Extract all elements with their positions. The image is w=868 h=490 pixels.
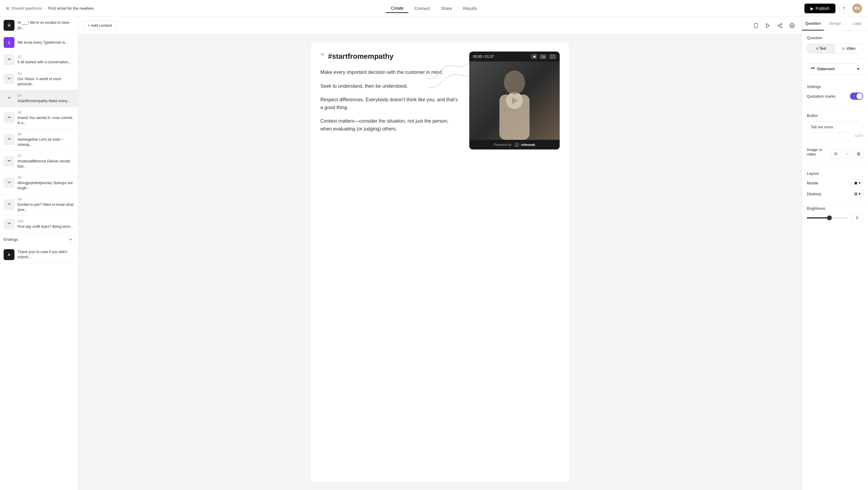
toggle-knob [857, 93, 863, 99]
button-section: Button 12/24 [802, 109, 868, 143]
add-ending-button[interactable]: + [67, 236, 74, 243]
tab-connect[interactable]: Connect [410, 4, 435, 13]
layout-section: Layout Mobile ▣ ▾ Desktop ▤ ▾ [802, 166, 868, 206]
statement-dropdown[interactable]: ❝❞ Statement ▾ [807, 63, 863, 74]
card-text: " #startfromempathy Make every important… [320, 52, 460, 139]
statement-section: ❝❞ Statement ▾ [802, 58, 868, 80]
speed-button[interactable]: 1x [539, 54, 547, 59]
card-paragraph-4: Context matters—consider the situation, … [320, 117, 460, 132]
panel-tab-logic[interactable]: Logic [846, 17, 868, 30]
image-video-label: Image or video [807, 147, 831, 156]
sidebar-item-s10[interactable]: ❝❞ S10 First day outfit fears? Being wor… [0, 216, 78, 233]
slider-thumb[interactable] [827, 215, 832, 220]
play-preview-icon[interactable] [763, 21, 773, 30]
top-nav: ⊞ Shared typeforms › First email for the… [0, 0, 868, 17]
sidebar-item-s9[interactable]: ❝❞ S9 Excited to join? Want to know what… [0, 194, 78, 216]
item-text-s8: S8 #bringjoytothejourney Startups are to… [18, 175, 74, 191]
svg-point-4 [778, 25, 779, 26]
card-video: 00:00 / 01:37 ◀ 1x ⛶ [469, 52, 560, 150]
item-text-s10: S10 First day outfit fears? Being worri.… [18, 219, 73, 229]
panel-tab-design[interactable]: Design [824, 17, 846, 30]
mobile-layout-select[interactable]: ▣ ▾ [851, 179, 863, 187]
item-icon-intro: ☰ [4, 20, 14, 31]
sidebar-item-s1[interactable]: 1 We know every Typeformer is... [0, 34, 78, 51]
panel-tab-question[interactable]: Question [802, 17, 824, 30]
tab-share[interactable]: Share [436, 4, 457, 13]
grid-icon: ⊞ [6, 6, 9, 10]
card-paragraph-3: Respect differences. Everybody doesn't t… [320, 96, 460, 111]
breadcrumb-sep: › [44, 6, 46, 10]
sidebar-item-s7[interactable]: ❝❞ S7 #makeadifference Deliver results f… [0, 151, 78, 172]
type-video-button[interactable]: ▷ Video [835, 44, 863, 53]
item-icon-s10: ❝❞ [4, 219, 14, 229]
layout-label: Layout [807, 171, 863, 176]
item-icon-s7: ❝❞ [4, 156, 14, 167]
item-icon-s6: ❝❞ [4, 134, 14, 145]
sidebar-item-s3[interactable]: ❝❞ S3 Our Vision: A world of more person… [0, 68, 78, 90]
card-hashtag: " #startfromempathy [320, 52, 460, 61]
desktop-layout-icon: ▤ [854, 192, 858, 196]
item-icon-s1: 1 [4, 37, 14, 48]
mobile-preview-icon[interactable] [751, 21, 761, 30]
help-button[interactable]: ? [839, 4, 849, 13]
char-count: 12/24 [807, 134, 863, 137]
panel-tabs: Question Design Logic [802, 17, 868, 31]
settings-label: Settings [807, 84, 863, 89]
desktop-layout-row: Desktop ▤ ▾ [807, 190, 863, 197]
video-time: 00:00 / 01:37 [473, 55, 494, 59]
sidebar-item-s5[interactable]: ❝❞ S5 #ownit You owned it—now commit to … [0, 107, 78, 129]
type-text-button[interactable]: ≡ Text [807, 44, 835, 53]
add-content-button[interactable]: + Add content [83, 21, 116, 30]
form-name[interactable]: First email for the newbies [48, 6, 94, 10]
image-video-actions: ⧉ ↔ 🗑 [831, 149, 863, 158]
mobile-layout-row: Mobile ▣ ▾ [807, 179, 863, 187]
play-icon: ▶ [810, 6, 814, 11]
desktop-layout-select[interactable]: ▤ ▾ [851, 190, 863, 197]
button-text-input[interactable] [807, 121, 863, 132]
sidebar-item-ending-a[interactable]: A Thank you! In case if you didn't submi… [0, 246, 78, 264]
item-icon-s3: ❝❞ [4, 73, 14, 84]
sidebar-item-s4[interactable]: ❝❞ S4 #startfromempathy Make every... [0, 90, 78, 107]
sidebar-item-intro[interactable]: ☰ Hi ___! We're so excited to have yo... [0, 17, 78, 34]
sidebar-item-s2[interactable]: ❝❞ S2 It all started with a conversation… [0, 51, 78, 68]
video-thumbnail[interactable] [469, 61, 560, 140]
tab-results[interactable]: Results [458, 4, 482, 13]
slider-fill [807, 217, 830, 218]
item-icon-s8: ❝❞ [4, 178, 14, 188]
card-paragraph-1: Make every important decision with the c… [320, 68, 460, 76]
item-text-s6: S6 #wintogether Let's be bold—nobody... [18, 132, 74, 147]
avatar[interactable]: RH [852, 4, 862, 13]
videoask-logo: Powered by: 🎥 videoask [473, 142, 556, 147]
dropdown-inner: ❝❞ Statement [811, 67, 835, 71]
brightness-slider[interactable] [807, 217, 848, 218]
sidebar-item-s6[interactable]: ❝❞ S6 #wintogether Let's be bold—nobody.… [0, 129, 78, 151]
content-card: " #startfromempathy Make every important… [310, 41, 569, 483]
canvas-toolbar: + Add content [79, 17, 802, 34]
delete-image-button[interactable]: 🗑 [854, 149, 863, 158]
tab-create[interactable]: Create [386, 4, 408, 13]
quote-decoration: " [320, 52, 324, 61]
main-layout: ☰ Hi ___! We're so excited to have yo...… [0, 17, 868, 490]
chevron-down-icon: ▾ [857, 67, 859, 71]
rewind-button[interactable]: ◀ [531, 54, 537, 59]
brightness-value-input[interactable] [851, 214, 863, 221]
item-text-s2: S2 It all started with a conversation... [18, 55, 71, 65]
svg-line-7 [779, 24, 781, 25]
quotation-marks-toggle[interactable] [850, 93, 863, 100]
item-icon-s2: ❝❞ [4, 54, 14, 65]
sidebar-item-s8[interactable]: ❝❞ S8 #bringjoytothejourney Startups are… [0, 172, 78, 194]
copy-image-button[interactable]: ⧉ [831, 149, 840, 158]
nav-right: ▶ Publish ? RH [804, 4, 862, 13]
video-footer: Powered by: 🎥 videoask [469, 140, 560, 150]
replace-image-button[interactable]: ↔ [843, 149, 852, 158]
settings-icon[interactable] [787, 21, 797, 30]
svg-marker-2 [767, 24, 770, 28]
share-preview-icon[interactable] [775, 21, 785, 30]
image-video-section: Image or video ⧉ ↔ 🗑 [802, 143, 868, 166]
chevron-down-icon: ▾ [859, 192, 861, 196]
publish-button[interactable]: ▶ Publish [804, 4, 835, 13]
svg-rect-10 [499, 95, 530, 140]
fullscreen-button[interactable]: ⛶ [549, 54, 556, 59]
nav-center-tabs: Create Connect Share Results [386, 4, 482, 13]
breadcrumb-parent[interactable]: Shared typeforms [11, 6, 42, 10]
